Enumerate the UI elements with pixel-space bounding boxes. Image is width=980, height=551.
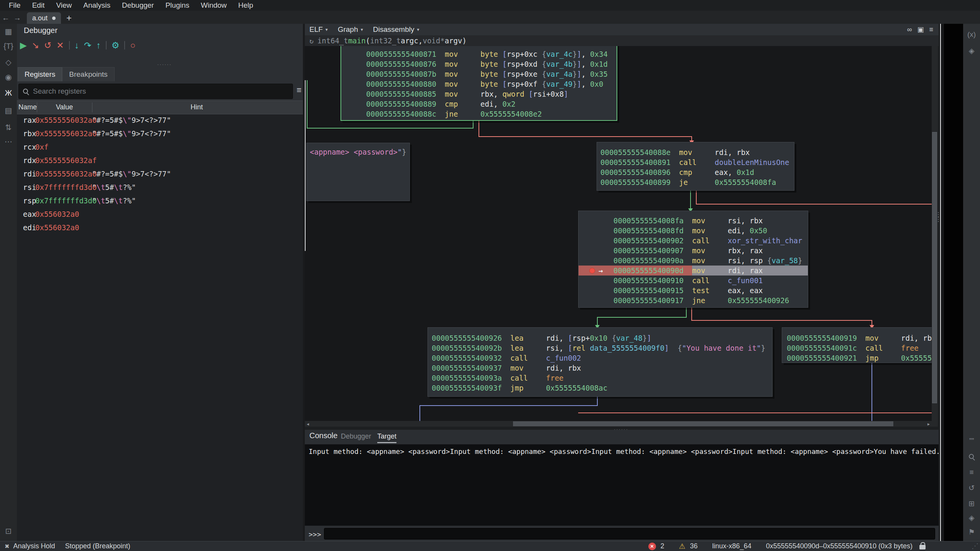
- analysis-icon[interactable]: ✖: [5, 543, 10, 550]
- step-into-button[interactable]: ↓: [75, 41, 79, 50]
- scrollbar-thumb[interactable]: [932, 132, 937, 403]
- table-row[interactable]: rsi0x7fffffffd3d0"\t5#\t?%": [17, 181, 303, 194]
- table-menu-icon[interactable]: ≡: [294, 85, 304, 97]
- instruction-row[interactable]: 0000555555400926leardi, [rsp+0x10 {var_4…: [428, 333, 772, 343]
- table-row[interactable]: rax0x5555556032a0"#?=5#$\"9>7<?>77": [17, 114, 303, 127]
- scroll-right-arrow[interactable]: ▸: [926, 421, 932, 427]
- instruction-row[interactable]: 0000555555400876movbyte [rsp+0xd {var_4b…: [341, 59, 617, 69]
- table-row[interactable]: eax0x556032a0: [17, 208, 303, 221]
- step-over-button[interactable]: ↷: [84, 41, 91, 50]
- instruction-row[interactable]: 00005555554008famovrsi, rbx: [579, 216, 808, 226]
- tab-breakpoints[interactable]: Breakpoints: [62, 67, 114, 81]
- restart-button[interactable]: ↺: [44, 41, 51, 50]
- splitter-handle[interactable]: ⋮⋮: [936, 212, 941, 222]
- column-separator[interactable]: [92, 102, 92, 112]
- warning-icon[interactable]: ⚠: [679, 542, 686, 551]
- error-badge-icon[interactable]: ✕: [648, 543, 656, 550]
- file-tab[interactable]: a.out: [27, 12, 61, 24]
- lock-icon[interactable]: [919, 545, 926, 549]
- sync-link-icon[interactable]: ∞: [907, 26, 912, 34]
- breakpoint-dot[interactable]: [589, 268, 595, 274]
- column-header-value[interactable]: Value: [37, 101, 92, 114]
- forward-button[interactable]: →: [12, 12, 23, 24]
- attach-button[interactable]: ↘: [32, 41, 39, 50]
- instruction-row[interactable]: 0000555555400907movrbx, rax: [579, 246, 808, 256]
- functions-icon[interactable]: {T}: [0, 38, 17, 54]
- table-row[interactable]: rcx0xf: [17, 140, 303, 154]
- resize-grip[interactable]: ⋰: [972, 542, 978, 550]
- new-tab-button[interactable]: +: [66, 12, 72, 24]
- table-row[interactable]: rdi0x5555556032a0"#?=5#$\"9>7<?>77": [17, 167, 303, 181]
- instruction-row[interactable]: 0000555555400902callxor_str_with_char: [579, 236, 808, 246]
- back-button[interactable]: ←: [0, 12, 12, 24]
- instruction-row[interactable]: 000055555540088emovrdi, rbx: [597, 147, 794, 157]
- menu-item-window[interactable]: Window: [195, 0, 233, 11]
- menu-item-plugins[interactable]: Plugins: [159, 0, 195, 11]
- instruction-row[interactable]: 0000555555400896cmpeax, 0x1d: [597, 167, 794, 177]
- more-icon[interactable]: ⋯: [0, 134, 17, 149]
- menu-item-debugger[interactable]: Debugger: [116, 0, 159, 11]
- graph-canvas[interactable]: 0000555555400871movbyte [rsp+0xc {var_4c…: [305, 46, 932, 421]
- instruction-row[interactable]: 000055555540092blearsi, [rel data_555555…: [428, 343, 772, 353]
- instruction-row[interactable]: 00005555554008fdmovedi, 0x50: [579, 226, 808, 236]
- instruction-row[interactable]: 0000555555400919movrdi, rbx: [782, 333, 932, 343]
- graph-block-blk-0x8fa[interactable]: 00005555554008famovrsi, rbx0000555555400…: [578, 211, 808, 308]
- history-icon[interactable]: ↺: [963, 480, 980, 495]
- functions-widget-icon[interactable]: (x): [963, 27, 980, 42]
- flags-icon[interactable]: ⚑: [963, 524, 980, 539]
- widgets-grid-icon[interactable]: ⊞: [963, 496, 980, 511]
- import-export-icon[interactable]: ⇅: [0, 120, 17, 135]
- instruction-row[interactable]: 000055555540091ccallfree: [782, 343, 932, 353]
- instruction-row[interactable]: 0000555555400917jne0x555555400926: [579, 295, 808, 305]
- tab-modified-dot[interactable]: [52, 16, 56, 20]
- instruction-row[interactable]: 0000555555400880movbyte [rsp+0xf {var_49…: [341, 79, 617, 89]
- instruction-row[interactable]: 0000555555400921jmp0x5555554008ac: [782, 353, 932, 363]
- menu-item-view[interactable]: View: [50, 0, 77, 11]
- console-tab-debugger[interactable]: Debugger: [341, 432, 371, 440]
- graph-block-blk-0x926[interactable]: 0000555555400926leardi, [rsp+0x10 {var_4…: [428, 327, 773, 397]
- instruction-row[interactable]: →000055555540090dmovrdi, rax: [579, 266, 808, 276]
- scroll-left-arrow[interactable]: ◂: [305, 421, 311, 427]
- refresh-icon[interactable]: ↻: [309, 37, 314, 45]
- graph-block-blk-appname[interactable]: <appname> <password>"}: [306, 143, 410, 201]
- graph-block-blk-0x919[interactable]: 0000555555400919movrdi, rbx0000555555400…: [782, 327, 932, 363]
- instruction-row[interactable]: 000055555540093acallfree: [428, 373, 772, 383]
- menu-item-edit[interactable]: Edit: [26, 0, 51, 11]
- console-command-input[interactable]: [324, 528, 935, 539]
- tags-icon[interactable]: ◇: [0, 54, 17, 70]
- instruction-row[interactable]: 0000555555400889cmpedi, 0x2: [341, 99, 617, 109]
- console-dock-icon[interactable]: ⊡: [0, 523, 17, 539]
- splitter-handle[interactable]: [157, 61, 172, 68]
- graph-menu-disassembly[interactable]: Disassembly▾: [373, 25, 419, 34]
- graph-vertical-scrollbar[interactable]: [932, 46, 938, 421]
- step-out-button[interactable]: ↑: [96, 41, 101, 50]
- graph-block-blk-0x871[interactable]: 0000555555400871movbyte [rsp+0xc {var_4c…: [340, 46, 617, 121]
- class-hierarchy-icon[interactable]: ▤: [0, 103, 17, 118]
- graph-block-blk-0x88e[interactable]: 000055555540088emovrdi, rbx0000555555400…: [597, 142, 794, 191]
- settings-button[interactable]: ⚙: [112, 41, 120, 50]
- table-row[interactable]: edi0x556032a0: [17, 221, 303, 234]
- instruction-row[interactable]: 0000555555400899je0x5555554008fa: [597, 177, 794, 187]
- overview-icon[interactable]: ▦: [0, 24, 17, 39]
- breakpoint-button[interactable]: ○: [130, 41, 135, 50]
- table-row[interactable]: rsp0x7fffffffd3d0"\t5#\t?%": [17, 194, 303, 208]
- strings-icon[interactable]: ””: [963, 433, 980, 449]
- menu-item-analysis[interactable]: Analysis: [77, 0, 116, 11]
- instruction-row[interactable]: 0000555555400937movrdi, rbx: [428, 363, 772, 373]
- search-icon[interactable]: [963, 449, 980, 464]
- instruction-row[interactable]: 0000555555400915testeax, eax: [579, 285, 808, 295]
- rename-widget-icon[interactable]: ▣: [917, 25, 924, 34]
- instruction-row[interactable]: 0000555555400891calldoubleLenMinusOne: [597, 157, 794, 167]
- instruction-row[interactable]: 0000555555400910callc_fun001: [579, 276, 808, 285]
- menu-item-help[interactable]: Help: [232, 0, 259, 11]
- instruction-row[interactable]: 0000555555400885movrbx, qword [rsi+0x8]: [341, 89, 617, 99]
- graph-menu-elf[interactable]: ELF▾: [309, 25, 328, 34]
- console-tab-target[interactable]: Target: [377, 432, 396, 440]
- instruction-row[interactable]: 0000555555400871movbyte [rsp+0xc {var_4c…: [341, 49, 617, 59]
- menu-item-file[interactable]: File: [3, 0, 26, 11]
- column-header-hint[interactable]: Hint: [92, 101, 301, 114]
- search-input[interactable]: [32, 87, 293, 96]
- scrollbar-thumb[interactable]: [513, 421, 893, 426]
- column-separator[interactable]: [37, 102, 37, 112]
- graph-menu-graph[interactable]: Graph▾: [338, 25, 363, 34]
